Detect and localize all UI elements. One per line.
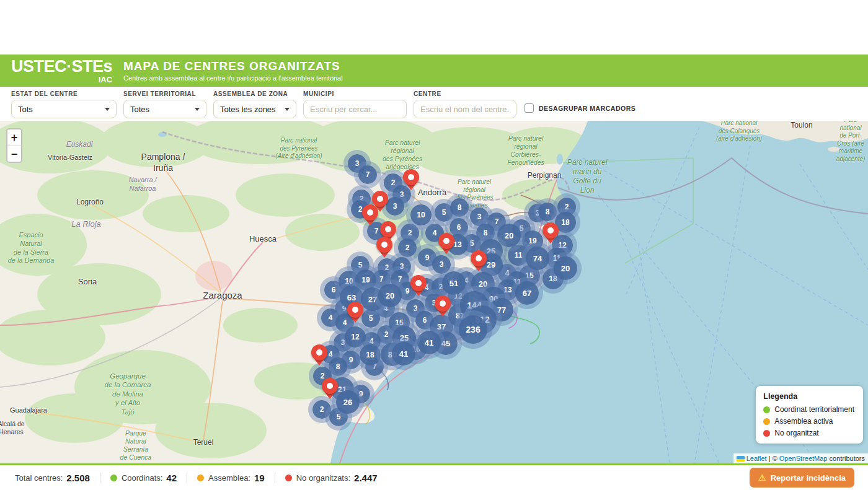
map-pin-marker[interactable] (311, 344, 327, 367)
map-pin-marker[interactable] (403, 169, 419, 191)
attribution-separator: | © (767, 455, 779, 462)
map-place-label: Logroño (76, 198, 104, 207)
map-pin-marker[interactable] (410, 275, 427, 297)
marker-cluster[interactable]: 41 (392, 342, 415, 365)
marker-cluster[interactable]: 5 (361, 309, 380, 328)
marker-cluster[interactable]: 41 (417, 331, 441, 354)
estat-select[interactable]: Tots (11, 100, 117, 118)
marker-cluster[interactable]: 236 (459, 315, 487, 344)
marker-cluster[interactable]: 8 (538, 203, 557, 221)
logo-line2: IAC (99, 76, 112, 84)
centre-input[interactable] (420, 105, 510, 114)
marker-cluster[interactable]: 20 (378, 284, 402, 307)
desagrupar-label: DESAGRUPAR MARCADORS (539, 105, 636, 112)
map-place-label: Guadalajara (10, 406, 47, 415)
marker-cluster[interactable]: 2 (312, 400, 331, 419)
chevron-down-icon (105, 108, 110, 111)
legend-item: Assemblea activa (763, 417, 854, 426)
top-whitespace (0, 0, 868, 55)
map-place-label: Parque Natural Serranía de Cuenca (120, 429, 152, 462)
map-legend: Llegenda Coordinat territorialmentAssemb… (756, 386, 863, 444)
map-place-label: Andorra (418, 188, 446, 198)
map-pin-marker[interactable] (362, 204, 378, 227)
assemblea-select[interactable]: Totes les zones (213, 100, 296, 118)
footer-stat: Assemblea:19 (187, 473, 265, 483)
servei-select[interactable]: Totes (123, 100, 206, 118)
stat-value: 2.508 (66, 473, 90, 483)
chevron-down-icon (195, 108, 200, 111)
stat-label: Total centres: (15, 473, 63, 483)
legend-item-label: Coordinat territorialment (774, 405, 854, 414)
legend-item-label: Assemblea activa (774, 417, 833, 426)
stats-list: Total centres:2.508Coordinats:42Assemble… (15, 473, 378, 483)
legend-title: Llegenda (763, 392, 854, 401)
legend-dot-icon (763, 418, 770, 425)
map-place-label: Euskadi (66, 140, 93, 149)
leaflet-map[interactable]: EuskadiVitoria-GasteizPamplona / IruñaNa… (0, 121, 868, 463)
map-place-label: Teruel (193, 438, 214, 447)
marker-cluster[interactable]: 2 (398, 238, 417, 257)
openstreetmap-link[interactable]: OpenStreetMap (779, 455, 828, 462)
municipi-field-wrap (303, 100, 407, 118)
municipi-input[interactable] (310, 105, 400, 114)
marker-cluster[interactable]: 3 (386, 197, 404, 216)
map-place-label: Soria (78, 277, 97, 287)
report-incident-label: Reportar incidència (771, 473, 846, 483)
stat-dot-icon (285, 475, 292, 481)
stat-dot-icon (197, 475, 204, 481)
map-place-label: Alcalá de Henares (0, 420, 25, 436)
logo-line1: USTEC·STEs (11, 58, 112, 75)
footer-stat: Total centres:2.508 (15, 473, 90, 483)
marker-cluster[interactable]: 10 (410, 204, 432, 225)
map-pin-marker[interactable] (347, 302, 363, 324)
map-place-label: Espacio Natural de la Sierra de la Deman… (8, 231, 55, 265)
desagrupar-toggle[interactable]: DESAGRUPAR MARCADORS (525, 103, 636, 113)
marker-cluster[interactable]: 8 (450, 198, 469, 217)
stat-value: 2.447 (354, 473, 378, 483)
zoom-out-button[interactable]: − (7, 146, 21, 162)
map-place-label: Navarra / Nafarroa (128, 176, 156, 193)
map-canvas-overlays: EuskadiVitoria-GasteizPamplona / IruñaNa… (0, 121, 868, 463)
stat-value: 19 (254, 473, 265, 483)
estat-label: ESTAT DEL CENTRE (11, 90, 117, 97)
map-pin-marker[interactable] (322, 378, 338, 400)
map-pin-marker[interactable] (438, 233, 454, 255)
marker-cluster[interactable]: 12 (345, 326, 366, 348)
report-incident-button[interactable]: ⚠ Reportar incidència (750, 468, 854, 488)
stats-footer: Total centres:2.508Coordinats:42Assemble… (0, 463, 868, 490)
map-pin-marker[interactable] (542, 222, 559, 245)
map-place-label: Vitoria-Gasteiz (48, 154, 92, 162)
page-title: MAPA DE CENTRES ORGANITZATS (123, 59, 343, 73)
centre-label: CENTRE (414, 90, 516, 97)
servei-label: SERVEI TERRITORIAL (123, 90, 206, 97)
footer-stat: No organitzats:2.447 (275, 473, 378, 483)
marker-cluster[interactable]: 51 (442, 271, 466, 295)
warning-icon: ⚠ (758, 473, 766, 483)
marker-cluster[interactable]: 67 (515, 281, 539, 305)
ustec-stes-logo: USTEC·STEs IAC (11, 58, 112, 84)
desagrupar-checkbox[interactable] (525, 103, 534, 113)
map-place-label: Toulon (790, 121, 812, 130)
map-pin-marker[interactable] (435, 295, 451, 318)
map-pin-marker[interactable] (471, 250, 487, 273)
marker-cluster[interactable]: 7 (358, 165, 377, 184)
map-place-label: Parc naturel régional Corbières- Fenouil… (507, 134, 544, 167)
leaflet-link[interactable]: Leaflet (746, 455, 767, 462)
zoom-in-button[interactable]: + (7, 129, 21, 146)
map-place-label: Geoparque de la Comarca de Molina y el A… (105, 372, 151, 416)
legend-dot-icon (763, 406, 770, 413)
footer-stat: Coordinats:42 (100, 473, 177, 483)
assemblea-selected-value: Totes les zones (220, 105, 276, 114)
map-pin-marker[interactable] (376, 237, 392, 259)
marker-cluster[interactable]: 3 (432, 255, 451, 274)
marker-cluster[interactable]: 18 (360, 344, 381, 365)
map-place-label: Parc national de Port- Cros (aire mariti… (836, 121, 866, 163)
legend-item: Coordinat territorialment (763, 405, 854, 414)
map-place-label: La Rioja (71, 219, 101, 229)
map-place-label: Zaragoza (203, 290, 242, 302)
marker-cluster[interactable]: 20 (554, 256, 577, 280)
map-place-label: Pamplona / Iruña (141, 152, 185, 173)
marker-cluster[interactable]: 26 (336, 390, 360, 414)
marker-cluster[interactable]: 74 (526, 247, 549, 270)
map-place-label: Parc national des Pyrénées (Aire d'adhés… (275, 137, 322, 160)
